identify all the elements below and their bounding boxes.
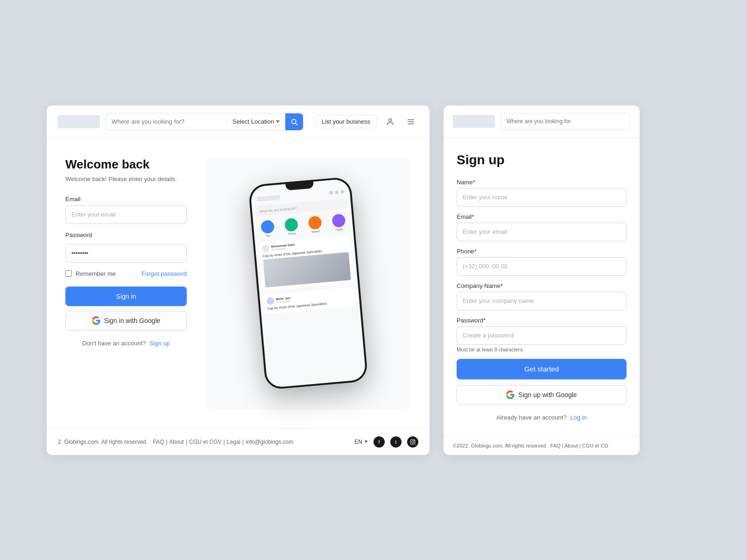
search-input[interactable]	[106, 118, 226, 125]
footer-faq-link[interactable]: FAQ	[153, 439, 164, 445]
remember-row: Remember me Forgot password	[65, 270, 187, 277]
main-content: Welcome back Welcome back! Please enter …	[47, 139, 430, 428]
get-started-button[interactable]: Get started	[457, 359, 627, 379]
header: Select Location List your business	[47, 105, 430, 139]
footer-about-link[interactable]: About	[169, 439, 184, 445]
email-field-group: Email*	[457, 213, 627, 241]
password-input-signup[interactable]	[457, 326, 627, 345]
google-signup-button[interactable]: Sign up with Google	[457, 385, 627, 405]
company-input[interactable]	[457, 292, 627, 310]
chevron-down-icon	[276, 120, 280, 123]
logo	[58, 115, 100, 128]
password-label: Password	[65, 231, 187, 238]
right-footer: ©2022. Globings.com. All rights reserved…	[444, 436, 640, 455]
google-signin-button[interactable]: Sign in with Google	[65, 311, 187, 330]
instagram-icon[interactable]	[407, 436, 418, 448]
login-link[interactable]: Log in	[570, 414, 586, 421]
remember-left: Remember me	[65, 270, 116, 277]
password-field-group: Password* Must be at least 8 characters.	[457, 317, 627, 352]
language-selector[interactable]: EN	[354, 439, 368, 445]
remember-checkbox[interactable]	[65, 270, 72, 277]
google-icon-signup	[506, 391, 514, 399]
signup-title: Sign up	[457, 153, 627, 168]
svg-point-7	[412, 441, 414, 443]
signin-button[interactable]: Sign in	[65, 287, 187, 306]
google-icon	[92, 316, 100, 325]
signin-form: Welcome back Welcome back! Please enter …	[65, 157, 187, 410]
login-row: Already have an account? Log in	[457, 414, 627, 421]
menu-icon[interactable]	[403, 114, 418, 129]
svg-line-1	[296, 123, 297, 125]
phone-input[interactable]	[457, 257, 627, 276]
svg-point-8	[414, 440, 414, 441]
right-search-input[interactable]	[500, 113, 630, 130]
facebook-icon[interactable]: f	[374, 436, 385, 448]
phone-screen: What are you looking for? You Arman	[250, 179, 366, 388]
lang-chevron-icon	[364, 441, 368, 443]
footer: 2. Globings.com. All rights reserved. FA…	[47, 428, 430, 455]
name-input[interactable]	[457, 188, 627, 207]
company-field-group: Company Name*	[457, 282, 627, 310]
password-hint: Must be at least 8 characters.	[457, 347, 627, 352]
header-right: List your business	[315, 114, 418, 129]
footer-cgu-link[interactable]: CGU et CGV	[189, 439, 221, 445]
phone-field-group: Phone*	[457, 248, 627, 276]
signup-link[interactable]: Sign up	[149, 340, 170, 347]
search-icon	[290, 118, 298, 126]
phone-label: Phone*	[457, 248, 627, 255]
company-label: Company Name*	[457, 282, 627, 289]
signin-page: Select Location List your business	[47, 105, 430, 455]
footer-right: EN f t	[354, 436, 418, 448]
right-header	[444, 105, 640, 138]
footer-legal-link[interactable]: Legal	[227, 439, 240, 445]
password-input[interactable]	[65, 244, 187, 263]
footer-email-link[interactable]: info@globings.com	[246, 439, 293, 445]
phone-area: What are you looking for? You Arman	[205, 157, 411, 410]
password-label-signup: Password*	[457, 317, 627, 324]
search-bar: Select Location	[106, 113, 303, 131]
email-input[interactable]	[65, 205, 187, 224]
signup-panel: Sign up Name* Email* Phone* Company Name…	[444, 138, 640, 436]
location-select[interactable]: Select Location	[226, 118, 285, 125]
right-logo	[453, 115, 495, 128]
signin-title: Welcome back	[65, 157, 187, 172]
phone-mockup: What are you looking for? You Arman	[248, 176, 368, 390]
search-button[interactable]	[285, 113, 303, 131]
signin-subtitle: Welcome back! Please enter your details.	[65, 175, 187, 182]
remember-label: Remember me	[76, 270, 116, 277]
list-business-button[interactable]: List your business	[315, 115, 377, 128]
forgot-password-link[interactable]: Forgot password	[141, 270, 187, 277]
name-label: Name*	[457, 179, 627, 186]
svg-rect-6	[410, 440, 415, 444]
footer-links: 2. Globings.com. All rights reserved. FA…	[58, 439, 293, 445]
svg-point-2	[389, 119, 392, 121]
user-icon[interactable]	[383, 114, 398, 129]
email-input-signup[interactable]	[457, 223, 627, 241]
signup-row: Don't have an account? Sign up	[65, 340, 187, 347]
twitter-icon[interactable]: t	[390, 436, 402, 448]
email-label-signup: Email*	[457, 213, 627, 220]
email-label: Email	[65, 196, 187, 203]
signup-page: Sign up Name* Email* Phone* Company Name…	[444, 105, 640, 455]
name-field-group: Name*	[457, 179, 627, 207]
